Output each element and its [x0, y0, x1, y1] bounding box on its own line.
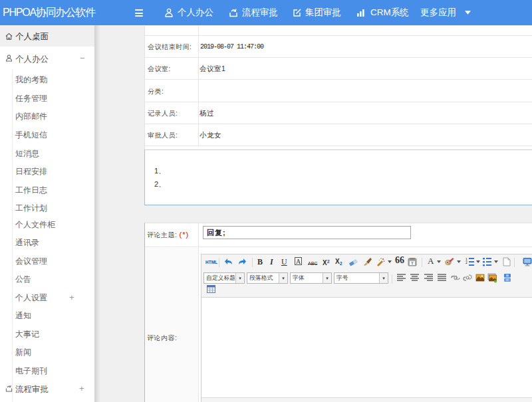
svg-text:T: T	[411, 260, 414, 265]
svg-text:2: 2	[466, 260, 467, 264]
